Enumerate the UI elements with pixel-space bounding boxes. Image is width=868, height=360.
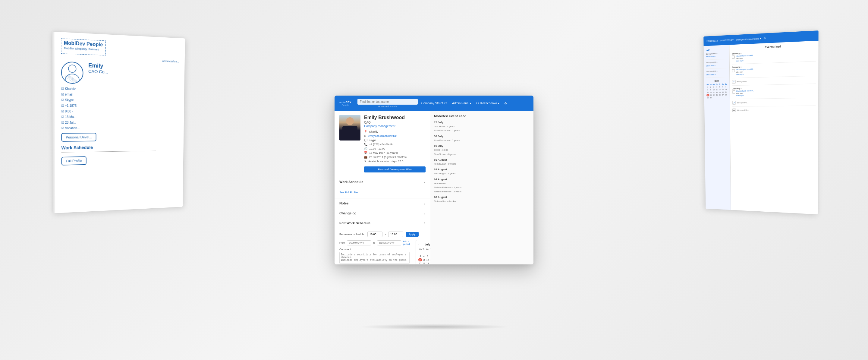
feed-title: MobiDev Event Feed (434, 114, 530, 118)
cal-cell[interactable] (418, 251, 422, 254)
nb-header-user[interactable]: Odalysmi kozachenko ▾ (736, 37, 761, 41)
nb-mini-day[interactable]: 14 (724, 88, 727, 91)
nb-check-icon[interactable]: ✓ (732, 80, 736, 84)
cal-cell-today[interactable]: 10 (418, 258, 422, 262)
nb-mini-day-header: We (712, 83, 715, 86)
date-to-input[interactable] (377, 240, 401, 245)
detail-location: 📍 Kharkiv (364, 130, 426, 133)
detail-email: ✉ emily.cao@mobidev.biz (364, 134, 426, 138)
feed-item: Nick Bright - 1 years (434, 172, 530, 175)
cal-title: July 2018 (425, 243, 430, 246)
nb-header-date2[interactable]: 04/07/2018 ▾ (720, 38, 734, 41)
nb-mini-day[interactable]: 12 (718, 88, 721, 91)
notebook-right: 23/07/2018 04/07/2018 ▾ Odalysmi kozache… (704, 30, 818, 214)
advanced-search-link[interactable]: Advanced search (358, 105, 418, 108)
nav-company-structure[interactable]: Company Structure (421, 101, 447, 105)
nb-mini-day[interactable]: 6 (721, 86, 724, 88)
nb-mini-day[interactable]: 15 (707, 91, 709, 94)
nav-admin-panel[interactable]: Admin Panel ▾ (452, 101, 471, 105)
nb-mini-day[interactable]: 13 (721, 88, 724, 91)
calendar-section: From To Add a period Comment (339, 240, 426, 264)
nb-mini-day[interactable]: 7 (724, 86, 727, 88)
nb-mini-day[interactable]: 4 (715, 86, 718, 88)
nb-mini-day[interactable]: 8 (707, 89, 709, 91)
nb-checkbox[interactable] (732, 56, 735, 59)
search-input[interactable] (358, 99, 418, 104)
add-period-link[interactable]: Add a period (403, 240, 410, 245)
nb-header-settings-icon[interactable]: ⚙ (764, 37, 766, 40)
cal-cell[interactable] (426, 251, 430, 254)
nb-mini-day[interactable]: 1 (707, 86, 709, 88)
cal-prev-button[interactable]: ‹ (418, 243, 419, 246)
vacation-icon: ☀ (364, 160, 367, 163)
apply-permanent-button[interactable]: Apply (406, 232, 418, 237)
comment-textarea[interactable] (339, 252, 410, 264)
nb-mini-day-header: Tu (710, 83, 712, 86)
nb-checkbox[interactable] (732, 69, 735, 72)
nb-event-tag: date-oym (736, 73, 753, 76)
nb-mini-day[interactable]: 16 (710, 91, 712, 94)
nav-user[interactable]: O. Kozachenko ▾ (476, 101, 499, 105)
nb-mini-day[interactable]: 26 (718, 94, 721, 96)
comment-label: Comment (339, 248, 410, 251)
nb-mini-day[interactable]: 29 (707, 96, 709, 99)
nb-mini-day[interactable]: 2 (710, 86, 712, 88)
time-from-input[interactable] (367, 232, 382, 237)
nb-checkbox[interactable] (732, 90, 735, 93)
work-schedule-header[interactable]: Work Schedule ∨ (335, 177, 430, 187)
cal-cell[interactable]: 18 (422, 262, 425, 264)
logo-top: mobidev (339, 100, 351, 104)
notes-header[interactable]: Notes ∨ (335, 199, 430, 208)
nb-mini-day-header: Su (724, 83, 727, 85)
date-from-input[interactable] (347, 240, 371, 245)
browser-shadow (359, 324, 509, 330)
nb-mini-day[interactable]: 24 (712, 94, 715, 96)
from-label: From (339, 241, 345, 244)
work-schedule-title: Work Schedule (339, 180, 363, 184)
cal-cell[interactable]: 17 (418, 262, 422, 264)
cal-cell[interactable] (422, 251, 425, 254)
nb-mini-day-header: Fr (718, 83, 721, 85)
nb-mini-day[interactable]: 11 (715, 88, 718, 91)
nb-mini-day-today[interactable]: 22 (707, 94, 709, 96)
nb-mini-day[interactable]: 17 (712, 91, 715, 93)
nb-mini-day[interactable]: 20 (721, 91, 724, 93)
cal-cell[interactable]: 12 (426, 258, 430, 262)
nb-mini-day[interactable]: 30 (710, 96, 712, 99)
cal-cell[interactable]: 5 (426, 254, 430, 258)
cal-cell[interactable]: 19 (426, 262, 430, 264)
nb-mini-day[interactable]: 10 (712, 89, 715, 91)
nb-mini-day[interactable]: 9 (710, 89, 712, 91)
changelog-header[interactable]: Changelog ∨ (335, 208, 430, 218)
sketch-notebook-left: MobiDev People Mobility. Simplicity. Pas… (52, 32, 185, 213)
profile-photo (339, 115, 361, 141)
sketch-avatar (61, 61, 84, 84)
cal-cell[interactable]: 11 (422, 258, 425, 262)
nb-mini-day-header: Mo (707, 83, 709, 86)
nb-mini-day[interactable]: 23 (710, 94, 712, 96)
svg-line-2 (67, 76, 78, 83)
nb-mini-day[interactable]: 21 (724, 91, 727, 93)
nb-mini-day[interactable]: 25 (715, 94, 718, 96)
nb-mini-day[interactable]: 3 (712, 86, 715, 88)
nb-mini-day[interactable]: 5 (718, 86, 721, 88)
nb-edit-icon[interactable]: ✏ (733, 109, 736, 112)
nb-mini-day[interactable]: 18 (715, 91, 718, 93)
cal-cell[interactable]: 4 (422, 254, 425, 258)
phone-icon: 📞 (364, 143, 367, 146)
nb-mini-day[interactable]: 27 (721, 94, 724, 96)
cal-day-we: We (426, 248, 430, 250)
nb-events-title: Events Feed (732, 43, 816, 50)
see-full-profile-link[interactable]: See Full Profile (339, 191, 358, 194)
edit-work-schedule-header[interactable]: Edit Work Schedule ∧ (335, 218, 430, 228)
time-to-input[interactable] (388, 232, 403, 237)
profile-details: 📍 Kharkiv ✉ emily.cao@mobidev.biz 💬 skyp… (364, 130, 426, 163)
sketch-info-block: ☑ Kharkiv ☑ email ☑ Skype ☑ +1 1875 ☑ 9:… (61, 86, 179, 131)
nb-mini-day[interactable]: 19 (718, 91, 721, 93)
nav-settings-icon[interactable]: ⚙ (504, 101, 507, 105)
nb-check-icon-2[interactable]: ✓ (733, 101, 736, 104)
personal-dev-plan-button[interactable]: Personal Development Plan (364, 167, 426, 173)
cal-cell[interactable]: 3 (418, 254, 422, 258)
nb-mini-day[interactable]: 28 (724, 93, 727, 96)
nb-left-col: ...O dfm oym4f41 ○ dfm Kmkle ▸ dfm oym4f… (704, 45, 731, 210)
